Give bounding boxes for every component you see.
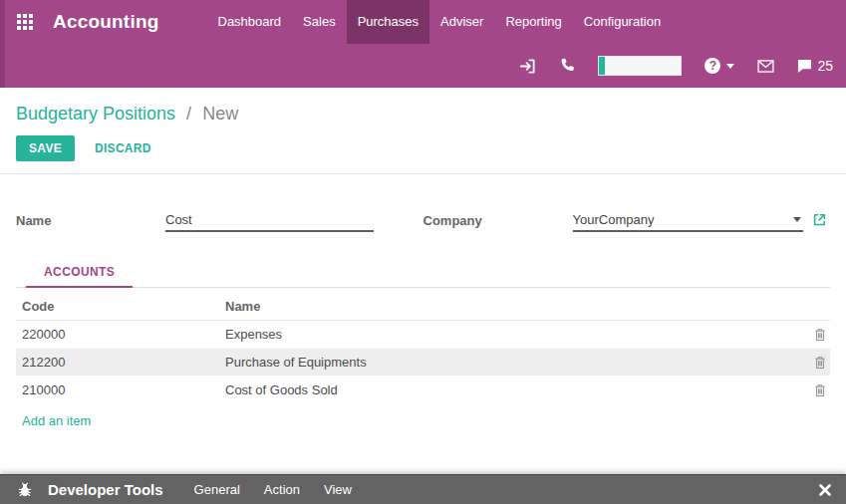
nav-item-adviser[interactable]: Adviser (429, 0, 494, 44)
nav-item-reporting[interactable]: Reporting (494, 0, 572, 44)
chat-icon (797, 59, 812, 74)
trash-icon (814, 356, 826, 370)
chevron-down-icon (726, 64, 734, 69)
nav-item-configuration[interactable]: Configuration (573, 0, 672, 44)
company-field-group: Company (423, 210, 831, 232)
breadcrumb-parent-link[interactable]: Budgetary Positions (16, 104, 175, 124)
timer-progress-fill (599, 57, 605, 75)
main-nav: Dashboard Sales Purchases Adviser Report… (207, 0, 673, 44)
column-header-code: Code (16, 299, 225, 314)
header-nav-row: Accounting Dashboard Sales Purchases Adv… (0, 0, 846, 44)
chat-messages-button[interactable]: 25 (797, 58, 833, 74)
table-row[interactable]: 220000 Expenses (16, 321, 830, 349)
devtools-menu-general[interactable]: General (194, 482, 240, 497)
breadcrumb-separator: / (186, 104, 191, 124)
column-header-name: Name (225, 299, 796, 314)
delete-row-button[interactable] (796, 383, 830, 397)
mail-icon[interactable] (757, 60, 774, 73)
breadcrumb-current: New (202, 104, 238, 124)
discard-button[interactable]: DISCARD (95, 141, 151, 155)
company-input[interactable] (573, 210, 793, 230)
developer-tools-bar: Developer Tools General Action View (0, 474, 846, 504)
close-icon[interactable] (819, 484, 831, 496)
name-field-label: Name (16, 210, 165, 228)
devtools-title: Developer Tools (48, 481, 163, 498)
cell-code[interactable]: 212200 (16, 355, 225, 370)
add-an-item-link[interactable]: Add an item (16, 404, 91, 428)
sign-in-icon[interactable] (519, 58, 536, 75)
delete-row-button[interactable] (796, 356, 830, 370)
tab-accounts[interactable]: ACCOUNTS (26, 265, 133, 288)
breadcrumb: Budgetary Positions / New (16, 104, 830, 125)
header-systray: ? 25 (0, 44, 846, 88)
name-field-group: Name (16, 210, 423, 232)
delete-row-button[interactable] (796, 328, 830, 342)
accounts-table: Code Name 220000 Expenses 212200 Purchas… (16, 292, 830, 429)
trash-icon (814, 328, 826, 342)
form-grid: Name Company (16, 210, 830, 232)
nav-item-dashboard[interactable]: Dashboard (207, 0, 293, 44)
nav-item-sales[interactable]: Sales (292, 0, 347, 44)
cell-name[interactable]: Expenses (225, 327, 796, 342)
company-field-label: Company (423, 210, 573, 228)
cell-code[interactable]: 210000 (16, 382, 225, 397)
notebook: ACCOUNTS Code Name 220000 Expenses 21220… (16, 262, 830, 429)
cell-name[interactable]: Purchase of Equipments (225, 355, 796, 370)
apps-grid-icon[interactable] (17, 14, 33, 30)
devtools-menu-view[interactable]: View (324, 482, 352, 497)
table-header-row: Code Name (16, 292, 830, 321)
table-row[interactable]: 212200 Purchase of Equipments (16, 349, 830, 377)
app-title: Accounting (53, 11, 159, 33)
form-sheet: Name Company ACCOUNTS Code Name (0, 174, 846, 429)
cell-code[interactable]: 220000 (16, 327, 225, 342)
action-buttons-row: SAVE DISCARD (16, 135, 830, 161)
name-input[interactable] (165, 210, 374, 232)
company-select[interactable] (573, 210, 803, 232)
table-row[interactable]: 210000 Cost of Goods Sold (16, 377, 830, 404)
help-menu[interactable]: ? (705, 58, 734, 74)
nav-item-purchases[interactable]: Purchases (347, 0, 429, 44)
external-link-icon[interactable] (812, 210, 827, 227)
timer-widget[interactable] (598, 56, 682, 76)
top-header-bar: Accounting Dashboard Sales Purchases Adv… (0, 0, 846, 88)
tab-strip: ACCOUNTS (16, 262, 830, 288)
trash-icon (814, 383, 826, 397)
cell-name[interactable]: Cost of Goods Sold (225, 382, 796, 397)
bug-icon (17, 482, 33, 498)
phone-icon[interactable] (559, 58, 575, 74)
devtools-menu-action[interactable]: Action (264, 482, 300, 497)
chat-count-badge: 25 (817, 58, 833, 74)
help-icon: ? (705, 58, 720, 74)
control-panel: Budgetary Positions / New SAVE DISCARD (0, 88, 846, 174)
save-button[interactable]: SAVE (16, 135, 75, 161)
chevron-down-icon[interactable] (793, 217, 801, 222)
